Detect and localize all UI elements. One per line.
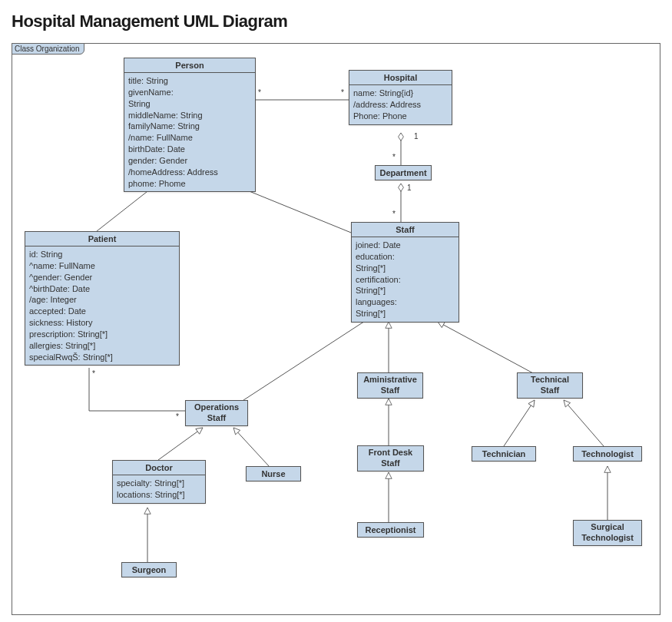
class-operations-staff: Operations Staff xyxy=(185,400,248,426)
class-nurse: Nurse xyxy=(246,466,301,481)
frame-label: Class Organization xyxy=(12,43,84,55)
svg-line-13 xyxy=(564,400,604,446)
class-department-title: Department xyxy=(376,166,431,180)
class-nurse-title: Nurse xyxy=(247,467,300,481)
mult-person-hospital-left: * xyxy=(258,88,261,97)
mult-person-hospital-right: * xyxy=(341,88,344,97)
class-hospital-title: Hospital xyxy=(349,71,452,85)
mult-dept-staff-one: 1 xyxy=(407,184,412,192)
svg-line-8 xyxy=(158,428,203,460)
class-technologist-title: Technologist xyxy=(574,447,641,461)
class-staff-attrs: joined: Date education: String[*] certif… xyxy=(352,237,458,322)
class-front-desk-title: Front Desk Staff xyxy=(358,446,423,471)
class-receptionist-title: Receptionist xyxy=(358,523,423,537)
class-technician-title: Technician xyxy=(472,447,535,461)
class-surgical-technologist: Surgical Technologist xyxy=(573,520,642,546)
diagram-frame: Class Organization xyxy=(12,43,660,615)
svg-line-5 xyxy=(239,316,373,403)
class-operations-staff-title: Operations Staff xyxy=(186,401,247,425)
mult-hospital-dept-one: 1 xyxy=(414,132,419,141)
class-surgical-technologist-title: Surgical Technologist xyxy=(574,521,641,545)
mult-patient-star: * xyxy=(92,369,95,378)
svg-line-9 xyxy=(233,428,270,467)
class-staff-title: Staff xyxy=(352,223,458,237)
class-tech-staff-title: Technical Staff xyxy=(518,373,582,398)
class-person-title: Person xyxy=(124,58,255,73)
class-admin-staff-title: Aministrative Staff xyxy=(358,373,422,398)
class-surgeon-title: Surgeon xyxy=(122,563,176,577)
class-doctor: Doctor specialty: String[*] locations: S… xyxy=(112,460,206,504)
class-hospital-attrs: name: String{id} /address: Address Phone… xyxy=(349,85,452,124)
class-staff: Staff joined: Date education: String[*] … xyxy=(351,222,459,323)
mult-hospital-dept-star: * xyxy=(392,153,396,161)
class-tech-staff: Technical Staff xyxy=(517,372,583,399)
class-hospital: Hospital name: String{id} /address: Addr… xyxy=(349,70,452,125)
class-person-attrs: title: String givenName: String middleNa… xyxy=(124,73,255,191)
class-department: Department xyxy=(375,165,432,180)
class-technician: Technician xyxy=(472,446,536,462)
class-admin-staff: Aministrative Staff xyxy=(357,372,423,399)
class-front-desk: Front Desk Staff xyxy=(357,445,424,471)
class-surgeon: Surgeon xyxy=(121,562,177,577)
class-person: Person title: String givenName: String m… xyxy=(124,58,256,192)
class-technologist: Technologist xyxy=(573,446,642,462)
class-doctor-title: Doctor xyxy=(113,461,205,475)
page-title: Hospital Management UML Diagram xyxy=(12,12,660,31)
class-patient: Patient id: String ^name: FullName ^gend… xyxy=(25,231,180,366)
mult-ops-star: * xyxy=(176,412,179,421)
svg-line-7 xyxy=(438,322,535,374)
class-patient-title: Patient xyxy=(25,232,179,246)
class-patient-attrs: id: String ^name: FullName ^gender: Gend… xyxy=(25,246,179,365)
mult-dept-staff-star: * xyxy=(392,210,396,218)
svg-line-12 xyxy=(504,400,535,446)
class-receptionist: Receptionist xyxy=(357,522,424,538)
class-doctor-attrs: specialty: String[*] locations: String[*… xyxy=(113,475,205,503)
